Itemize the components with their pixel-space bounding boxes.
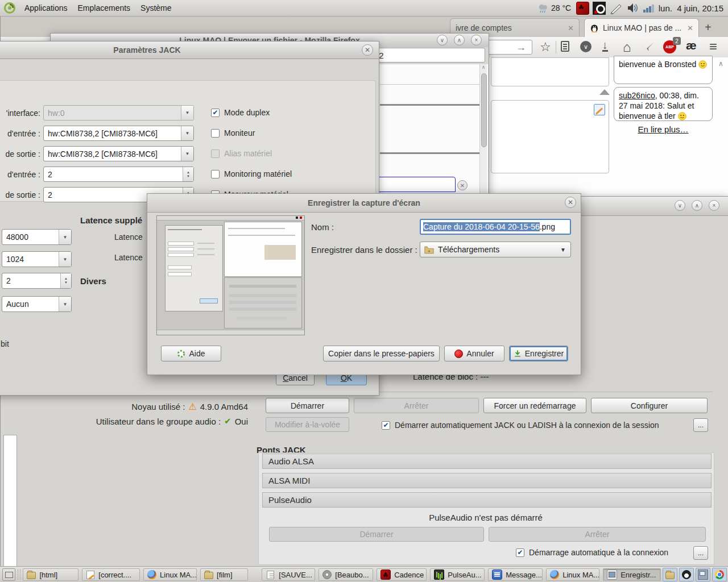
bridge-alsa-midi[interactable]: ALSA MIDI bbox=[262, 473, 712, 488]
tray-cadence-icon[interactable] bbox=[576, 2, 589, 15]
hw-monitoring-checkbox[interactable]: ✔ bbox=[211, 170, 220, 178]
edit-pencil-icon[interactable] bbox=[594, 104, 605, 115]
samplerate-combo[interactable]: 48000 ▼ bbox=[2, 229, 72, 245]
tab-linuxmao-active[interactable]: Linux MAO | pas de ... ✕ bbox=[584, 18, 699, 37]
pulseaudio-options-button[interactable]: ... bbox=[693, 546, 708, 560]
spinner-arrows-icon[interactable]: ▲▼ bbox=[60, 273, 71, 288]
minimize-icon[interactable]: ∨ bbox=[675, 200, 685, 211]
weather-icon[interactable] bbox=[537, 2, 549, 14]
close-icon[interactable]: × bbox=[471, 35, 482, 45]
send-tab-icon[interactable] bbox=[643, 41, 654, 52]
task-firefox-1[interactable]: Linux MA... bbox=[143, 568, 197, 581]
pocket-icon[interactable]: ∨ bbox=[580, 41, 592, 52]
jack-stop-button[interactable]: Arrêter bbox=[354, 398, 479, 413]
bookmark-star-icon[interactable]: ☆ bbox=[540, 40, 551, 55]
tray-volume-icon[interactable] bbox=[626, 2, 640, 14]
minimize-icon[interactable]: ∨ bbox=[437, 35, 448, 45]
clock-label[interactable]: lun. 4 juin, 20:15 bbox=[659, 3, 723, 13]
input-device-combo[interactable]: hw:CMI8738,2 [CMI8738-MC6] ▼ bbox=[43, 126, 194, 141]
tray-network-signal-icon[interactable] bbox=[643, 3, 654, 13]
read-more-link[interactable]: En lire plus… bbox=[621, 124, 706, 134]
output-device-combo[interactable]: hw:CMI8738,2 [CMI8738-MC6] ▼ bbox=[43, 146, 194, 161]
tab-close-icon[interactable]: ✕ bbox=[568, 24, 574, 32]
home-icon[interactable]: ⌂ bbox=[623, 39, 631, 55]
clear-field-icon[interactable]: ✕ bbox=[457, 180, 468, 190]
dialog-titlebar[interactable]: Paramètres JACK bbox=[0, 41, 379, 59]
maximize-icon[interactable]: ∧ bbox=[454, 35, 465, 45]
task-beaubo[interactable]: [Beaubo... bbox=[318, 568, 373, 581]
close-icon[interactable]: ✕ bbox=[362, 44, 373, 56]
latency-in-label: Latence bbox=[114, 232, 143, 242]
cancel-button[interactable]: Annuler bbox=[444, 346, 504, 361]
alias-checkbox[interactable]: ✔ bbox=[211, 149, 220, 158]
scroll-up-icon[interactable]: ∧ bbox=[480, 64, 487, 70]
show-desktop-button[interactable] bbox=[2, 568, 15, 581]
launcher-workspaces-icon[interactable] bbox=[696, 568, 710, 581]
help-button[interactable]: Aide bbox=[161, 346, 221, 361]
extension-ae-icon[interactable]: æ bbox=[686, 39, 697, 52]
menu-applications[interactable]: Applications bbox=[24, 3, 68, 13]
copy-clipboard-button[interactable]: Copier dans le presse-papiers bbox=[323, 346, 440, 361]
bridge-pulseaudio[interactable]: PulseAudio bbox=[262, 492, 712, 508]
monitor-checkbox[interactable]: ✔ bbox=[211, 129, 220, 138]
filename-input[interactable]: Capture du 2018-06-04 20-15-56.png bbox=[420, 219, 571, 235]
task-firefox-2[interactable]: Linux MA... bbox=[546, 568, 599, 581]
interface-combo[interactable]: hw:0 ▼ bbox=[43, 105, 194, 120]
chat-username-link[interactable]: sub26nico bbox=[619, 91, 655, 100]
taskbar-separator bbox=[18, 569, 20, 580]
task-messagerie[interactable]: Message... bbox=[488, 568, 543, 581]
bookmarks-icon[interactable] bbox=[561, 41, 569, 52]
task-sauve[interactable]: [SAUVE... bbox=[262, 568, 315, 581]
task-label: [Beaubo... bbox=[335, 571, 369, 579]
downloads-icon[interactable]: ↓ bbox=[602, 40, 608, 52]
tab-close-icon[interactable]: ✕ bbox=[687, 24, 693, 32]
periods-spinner[interactable]: 2 ▲▼ bbox=[2, 273, 72, 289]
tray-screenshot-pen-icon[interactable] bbox=[609, 2, 623, 14]
menu-hamburger-icon[interactable]: ≡ bbox=[709, 39, 717, 55]
tab-label: ivre de comptes bbox=[456, 23, 512, 32]
pulseaudio-stop-button[interactable]: Arrêter bbox=[489, 527, 706, 542]
task-cadence[interactable]: Cadence bbox=[377, 568, 427, 581]
distro-menu-icon[interactable] bbox=[3, 2, 16, 14]
autostart-options-button[interactable]: ... bbox=[693, 418, 708, 432]
pulseaudio-auto-checkbox[interactable]: ✔ bbox=[516, 548, 524, 557]
launcher-tux-icon[interactable] bbox=[679, 568, 694, 581]
jack-switch-master-button[interactable]: Modifier à-la-volée bbox=[266, 417, 349, 432]
bridge-alsa-audio[interactable]: Audio ALSA bbox=[262, 454, 712, 469]
menu-systeme[interactable]: Système bbox=[140, 3, 171, 13]
tray-record-icon[interactable] bbox=[593, 2, 606, 15]
jack-force-restart-button[interactable]: Forcer un redémarrage bbox=[483, 398, 586, 413]
close-icon[interactable]: × bbox=[709, 200, 719, 211]
duplex-checkbox[interactable]: ✔ bbox=[211, 109, 220, 117]
scrollbar-thumb[interactable] bbox=[481, 73, 487, 147]
maximize-icon[interactable]: ∧ bbox=[692, 200, 702, 211]
collapse-triangle-icon[interactable] bbox=[599, 89, 610, 95]
button-label: Enregistrer bbox=[525, 349, 564, 358]
pulseaudio-start-button[interactable]: Démarrer bbox=[269, 527, 484, 542]
save-button[interactable]: Enregistrer bbox=[509, 346, 568, 361]
dialog-titlebar[interactable]: Enregistrer la capture d'écran bbox=[147, 194, 581, 213]
spinner-arrows-icon[interactable]: ▲▼ bbox=[183, 167, 193, 181]
kernel-label: Noyau utilisé : bbox=[131, 402, 185, 411]
autostart-checkbox[interactable]: ✔ bbox=[382, 421, 390, 430]
launcher-files-icon[interactable] bbox=[663, 568, 677, 581]
launcher-chrome-icon[interactable] bbox=[712, 568, 727, 581]
input-channels-spinner[interactable]: 2 ▲▼ bbox=[43, 167, 194, 182]
go-arrow-icon[interactable]: → bbox=[516, 41, 526, 53]
dialog-title: Paramètres JACK bbox=[113, 45, 180, 55]
task-pulseaudio[interactable]: PulseAu... bbox=[430, 568, 485, 581]
scroll-up-icon[interactable]: ∧ bbox=[718, 60, 723, 68]
dither-combo[interactable]: Aucun ▼ bbox=[2, 296, 72, 312]
save-folder-dropdown[interactable]: Téléchargements ▼ bbox=[420, 242, 571, 257]
buffer-size-combo[interactable]: 1024 ▼ bbox=[2, 251, 72, 267]
save-icon bbox=[514, 350, 522, 357]
jack-start-button[interactable]: Démarrer bbox=[266, 398, 349, 413]
menu-emplacements[interactable]: Emplacements bbox=[78, 3, 131, 13]
task-correct[interactable]: [correct.... bbox=[82, 568, 140, 581]
task-html[interactable]: [html] bbox=[23, 568, 78, 581]
task-enregistrer[interactable]: Enregistr... bbox=[603, 568, 661, 581]
task-film[interactable]: [film] bbox=[200, 568, 248, 581]
new-tab-button[interactable]: + bbox=[705, 21, 712, 34]
close-icon[interactable]: ✕ bbox=[565, 197, 576, 208]
jack-configure-button[interactable]: Configurer bbox=[591, 398, 708, 413]
